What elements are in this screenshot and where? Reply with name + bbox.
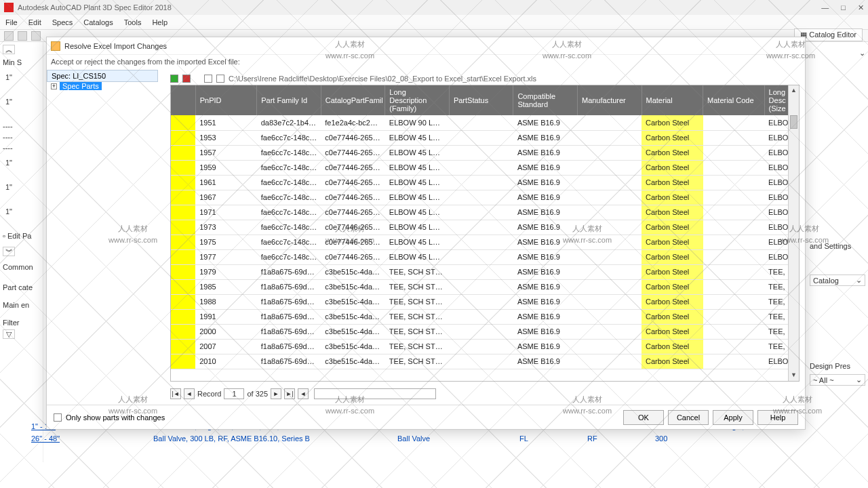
cell[interactable]: c0e77446-265e-... <box>321 205 385 220</box>
cell[interactable]: Carbon Steel <box>642 354 703 369</box>
cell[interactable]: Carbon Steel <box>642 190 703 205</box>
apply-button[interactable]: Apply <box>713 410 753 425</box>
cell[interactable]: ELBOW 45 LR, S... <box>385 249 450 264</box>
cell[interactable] <box>577 190 642 205</box>
cell[interactable] <box>703 249 765 264</box>
row-selector[interactable] <box>171 309 195 324</box>
cell[interactable]: ELBOW 45 LR, S... <box>385 205 450 220</box>
cell[interactable]: Carbon Steel <box>642 175 703 190</box>
cell[interactable]: 1971 <box>195 205 257 220</box>
cell[interactable]: fae6cc7c-148c-... <box>257 160 321 175</box>
column-header[interactable]: Material <box>642 85 703 115</box>
chevron-down-icon[interactable]: ⌄ <box>810 49 865 58</box>
changes-grid[interactable]: PnPIDPart Family IdCatalogPartFamilLong … <box>170 85 800 382</box>
cell[interactable] <box>703 339 765 354</box>
cell[interactable] <box>577 205 642 220</box>
cell[interactable] <box>703 235 765 249</box>
table-row[interactable]: 1975fae6cc7c-148c-...c0e77446-265e-...EL… <box>171 235 799 249</box>
cell[interactable]: c3be515c-4da0-... <box>321 279 385 294</box>
tree-item-spec-parts[interactable]: Spec Parts <box>60 82 102 90</box>
size-item[interactable]: 1" <box>5 73 40 81</box>
bg-size[interactable]: 26" - 48" <box>31 432 113 445</box>
catalog-dropdown[interactable]: Catalog⌄ <box>810 274 865 286</box>
collapse-down-icon[interactable]: ︾ <box>3 247 15 256</box>
cell[interactable]: Carbon Steel <box>642 220 703 235</box>
cell[interactable]: Carbon Steel <box>642 279 703 294</box>
column-header[interactable]: Manufacturer <box>577 85 642 115</box>
cell[interactable]: ELBOW 45 LR, S... <box>385 130 450 145</box>
cell[interactable]: 2007 <box>195 339 257 354</box>
cancel-button[interactable]: Cancel <box>668 410 709 425</box>
close-button[interactable]: ✕ <box>858 3 864 12</box>
cell[interactable]: 1985 <box>195 279 257 294</box>
cell[interactable] <box>577 249 642 264</box>
toolbar-icon[interactable] <box>4 31 14 41</box>
cell[interactable]: Carbon Steel <box>642 160 703 175</box>
cell[interactable]: ASME B16.9 <box>513 220 578 235</box>
cell[interactable]: ASME B16.9 <box>513 324 578 339</box>
cell[interactable]: 1975 <box>195 235 257 249</box>
cell[interactable]: c3be515c-4da0-... <box>321 339 385 354</box>
cell[interactable]: f1a8a675-69d4-... <box>257 324 321 339</box>
cell[interactable] <box>449 130 513 145</box>
cell[interactable]: 1988 <box>195 294 257 309</box>
menu-catalogs[interactable]: Catalogs <box>83 18 113 26</box>
cell[interactable] <box>449 160 513 175</box>
cell[interactable]: 1951 <box>195 115 257 130</box>
row-selector[interactable] <box>171 249 195 264</box>
cell[interactable]: c0e77446-265e-... <box>321 175 385 190</box>
ok-button[interactable]: OK <box>623 410 664 425</box>
cell[interactable] <box>577 324 642 339</box>
cell[interactable] <box>449 354 513 369</box>
column-header[interactable]: Long Description (Family) <box>385 85 450 115</box>
cell[interactable] <box>577 160 642 175</box>
row-selector[interactable] <box>171 145 195 160</box>
cell[interactable] <box>449 235 513 249</box>
row-selector[interactable] <box>171 160 195 175</box>
cell[interactable] <box>703 264 765 279</box>
cell[interactable] <box>703 220 765 235</box>
cell[interactable]: c0e77446-265e-... <box>321 190 385 205</box>
cell[interactable]: f1a8a675-69d4-... <box>257 339 321 354</box>
row-selector[interactable] <box>171 175 195 190</box>
cell[interactable]: f1a8a675-69d4-... <box>257 294 321 309</box>
table-row[interactable]: 1985f1a8a675-69d4-...c3be515c-4da0-...TE… <box>171 279 799 294</box>
cell[interactable] <box>703 324 765 339</box>
cell[interactable] <box>577 279 642 294</box>
record-jump-field[interactable] <box>314 388 436 399</box>
row-selector[interactable] <box>171 130 195 145</box>
cell[interactable]: ELBOW 45 LR, S... <box>385 160 450 175</box>
size-item[interactable]: 1" <box>5 207 40 216</box>
cell[interactable]: 1979 <box>195 264 257 279</box>
scroll-down-icon[interactable]: ▼ <box>789 370 799 381</box>
cell[interactable]: TEE, SCH STD, B... <box>385 339 450 354</box>
cell[interactable]: ASME B16.9 <box>513 294 578 309</box>
all-dropdown[interactable]: ~ All ~⌄ <box>810 374 865 386</box>
cell[interactable]: ELBOW 45 LR, S... <box>385 220 450 235</box>
cell[interactable]: ASME B16.9 <box>513 190 578 205</box>
row-selector[interactable] <box>171 190 195 205</box>
cell[interactable]: c0e77446-265e-... <box>321 145 385 160</box>
scroll-up-icon[interactable]: ▲ <box>789 85 799 96</box>
table-row[interactable]: 1973fae6cc7c-148c-...c0e77446-265e-...EL… <box>171 220 799 235</box>
cell[interactable]: ELBOW 45 LR, S... <box>385 175 450 190</box>
row-selector[interactable] <box>171 205 195 220</box>
column-header[interactable]: Part Family Id <box>257 85 321 115</box>
cell[interactable]: fae6cc7c-148c-... <box>257 205 321 220</box>
cell[interactable] <box>703 190 765 205</box>
table-row[interactable]: 1979f1a8a675-69d4-...c3be515c-4da0-...TE… <box>171 264 799 279</box>
cell[interactable]: ASME B16.9 <box>513 264 578 279</box>
cell[interactable]: Carbon Steel <box>642 205 703 220</box>
cell[interactable] <box>577 175 642 190</box>
cell[interactable]: ELBOW 45 LR, S... <box>385 235 450 249</box>
scroll-thumb[interactable] <box>790 115 797 129</box>
maximize-button[interactable]: □ <box>841 3 846 12</box>
row-selector[interactable] <box>171 220 195 235</box>
refresh-icon[interactable] <box>216 75 224 83</box>
cell[interactable]: 1957 <box>195 145 257 160</box>
cell[interactable] <box>449 324 513 339</box>
cell[interactable]: 2010 <box>195 354 257 369</box>
cell[interactable]: TEE, SCH STD, B... <box>385 309 450 324</box>
cell[interactable]: fae6cc7c-148c-... <box>257 145 321 160</box>
cell[interactable]: fae6cc7c-148c-... <box>257 220 321 235</box>
